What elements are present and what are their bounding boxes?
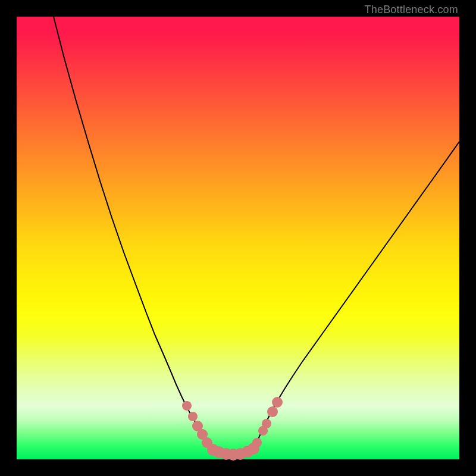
watermark-text: TheBottleneck.com (365, 4, 458, 16)
marker-group (182, 397, 283, 461)
marker-dot (182, 401, 192, 411)
marker-dot (202, 437, 212, 448)
marker-dot (262, 419, 271, 428)
marker-dot (188, 412, 198, 421)
curve-right-branch (255, 142, 459, 447)
marker-dot (267, 406, 278, 417)
bottleneck-curve (17, 17, 459, 459)
marker-dot (272, 397, 283, 408)
curve-left-branch (54, 17, 214, 450)
marker-dot (252, 438, 262, 447)
